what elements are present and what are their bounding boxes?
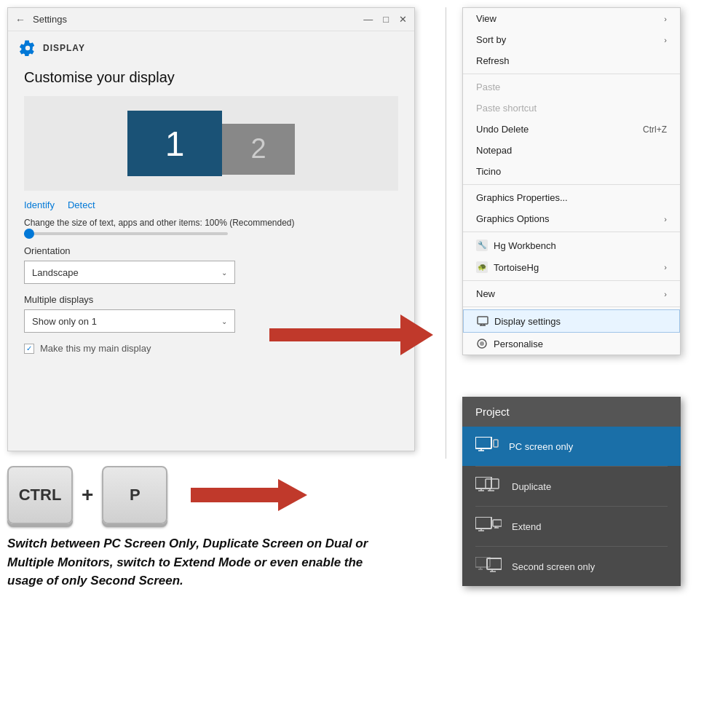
menu-ticino-label: Ticino <box>476 166 501 177</box>
menu-view-label: View <box>476 13 496 24</box>
menu-separator-5 <box>463 306 680 307</box>
menu-hg-label: Hg Workbench <box>494 240 556 251</box>
menu-item-ticino[interactable]: Ticino <box>463 161 680 182</box>
menu-sort-label: Sort by <box>476 34 506 45</box>
arrow-body <box>269 328 400 341</box>
menu-separator-4 <box>463 280 680 281</box>
menu-item-undo[interactable]: Undo Delete Ctrl+Z <box>463 119 680 140</box>
menu-item-refresh[interactable]: Refresh <box>463 50 680 71</box>
shortcut-area: CTRL + P Switch between PC Screen Only, … <box>7 459 415 598</box>
arrow-tip <box>278 479 307 511</box>
menu-paste-label: Paste <box>476 82 500 92</box>
svg-rect-0 <box>478 317 488 324</box>
close-button[interactable]: ✕ <box>399 14 407 25</box>
monitor-1: 1 <box>127 111 222 176</box>
p-key: P <box>102 466 167 524</box>
paint-icon <box>476 338 488 349</box>
menu-separator-2 <box>463 184 680 185</box>
minimize-button[interactable]: — <box>363 14 373 25</box>
menu-separator <box>463 74 680 74</box>
arrow-right-container <box>191 479 307 511</box>
chevron-down-icon: ⌄ <box>221 269 227 277</box>
chevron-right-icon: › <box>664 263 667 272</box>
maximize-button[interactable]: □ <box>383 14 389 25</box>
menu-undo-shortcut: Ctrl+Z <box>643 124 667 135</box>
menu-graphics-options-label: Graphics Options <box>476 213 549 224</box>
back-button[interactable]: ← <box>15 14 25 25</box>
page-title: Customise your display <box>24 69 398 86</box>
multiple-displays-dropdown[interactable]: Show only on 1 ⌄ <box>24 309 235 333</box>
display-preview: 1 2 <box>24 96 398 191</box>
project-item-extend[interactable]: Extend <box>462 507 681 546</box>
scale-label: Change the size of text, apps and other … <box>24 218 398 228</box>
keys-row: CTRL + P <box>7 466 307 524</box>
settings-content: Customise your display 1 2 Identify Dete… <box>8 62 414 361</box>
monitor-2: 2 <box>222 124 295 175</box>
menu-item-graphics-props[interactable]: Graphics Properties... <box>463 187 680 208</box>
project-header: Project <box>462 397 681 427</box>
title-bar: ← Settings — □ ✕ <box>8 8 414 31</box>
menu-item-display-settings[interactable]: Display settings <box>463 309 680 333</box>
window-title: Settings <box>33 14 363 25</box>
duplicate-icon <box>475 477 502 496</box>
pc-screen-icon <box>475 437 499 456</box>
menu-item-notepad[interactable]: Notepad <box>463 140 680 161</box>
chevron-right-icon: › <box>664 36 667 44</box>
menu-item-hg[interactable]: 🔧 Hg Workbench <box>463 234 680 256</box>
identify-detect-row: Identify Detect <box>24 199 398 210</box>
menu-item-personalise[interactable]: Personalise <box>463 333 680 355</box>
menu-item-sort[interactable]: Sort by › <box>463 29 680 50</box>
svg-rect-6 <box>475 437 491 448</box>
context-menu: View › Sort by › Refresh Paste Paste sho… <box>462 7 681 355</box>
menu-display-settings-label: Display settings <box>494 316 561 327</box>
settings-window: ← Settings — □ ✕ DISPLAY Customise your … <box>7 7 415 451</box>
scale-slider[interactable] <box>24 232 398 235</box>
second-screen-label: Second screen only <box>512 561 595 572</box>
project-panel: Project PC screen only Duplicate Extend … <box>462 397 681 586</box>
hg-icon: 🔧 <box>476 240 488 251</box>
tortoise-icon: 🐢 <box>476 261 488 273</box>
multiple-displays-label: Multiple displays <box>24 294 398 305</box>
section-label: DISPLAY <box>43 43 85 53</box>
chevron-right-icon: › <box>664 215 667 223</box>
svg-point-5 <box>480 341 484 346</box>
arrow-indicator <box>269 320 451 349</box>
arrow-shaft <box>191 488 278 502</box>
project-item-pc-screen[interactable]: PC screen only <box>462 427 681 466</box>
menu-item-tortoise[interactable]: 🐢 TortoiseHg › <box>463 256 680 278</box>
orientation-label: Orientation <box>24 245 398 256</box>
menu-new-label: New <box>476 288 495 299</box>
window-controls: — □ ✕ <box>363 14 407 25</box>
detect-link[interactable]: Detect <box>68 199 95 210</box>
menu-notepad-label: Notepad <box>476 145 512 156</box>
menu-item-view[interactable]: View › <box>463 8 680 29</box>
pc-screen-label: PC screen only <box>509 441 573 452</box>
slider-track <box>24 232 228 235</box>
divider <box>446 7 446 459</box>
orientation-value: Landscape <box>32 267 79 278</box>
project-item-duplicate[interactable]: Duplicate <box>462 467 681 506</box>
chevron-right-icon: › <box>664 15 667 23</box>
display-icon <box>477 315 488 327</box>
project-item-second-screen[interactable]: Second screen only <box>462 547 681 586</box>
extend-label: Extend <box>512 521 541 532</box>
menu-separator-3 <box>463 232 680 232</box>
extend-icon <box>475 517 502 536</box>
main-display-checkbox[interactable]: ✓ <box>24 344 34 354</box>
menu-item-paste: Paste <box>463 76 680 98</box>
svg-rect-19 <box>493 520 502 526</box>
svg-rect-16 <box>475 517 491 529</box>
menu-item-new[interactable]: New › <box>463 283 680 304</box>
slider-thumb <box>24 229 34 239</box>
menu-refresh-label: Refresh <box>476 55 510 66</box>
identify-link[interactable]: Identify <box>24 199 55 210</box>
orientation-dropdown[interactable]: Landscape ⌄ <box>24 261 235 284</box>
svg-rect-9 <box>494 440 498 447</box>
second-screen-icon <box>475 557 502 576</box>
menu-item-graphics-options[interactable]: Graphics Options › <box>463 208 680 229</box>
chevron-down-icon-2: ⌄ <box>221 317 227 325</box>
duplicate-label: Duplicate <box>512 481 551 492</box>
menu-graphics-props-label: Graphics Properties... <box>476 192 568 203</box>
section-header: DISPLAY <box>8 31 414 62</box>
plus-sign: + <box>82 483 93 507</box>
